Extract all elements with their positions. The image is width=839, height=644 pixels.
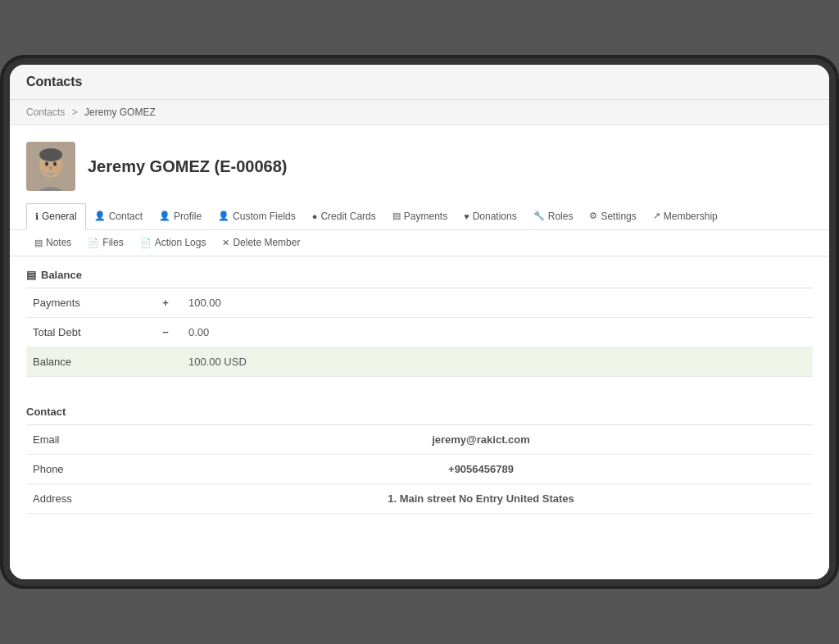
tab-custom-fields-label: Custom Fields — [233, 211, 296, 222]
tab-general-label: General — [42, 211, 77, 222]
balance-label: Balance — [26, 347, 149, 377]
notes-icon: ▤ — [34, 238, 43, 248]
table-row: Email jeremy@rakict.com — [26, 425, 813, 455]
address-label: Address — [26, 484, 149, 514]
files-icon: 📄 — [88, 238, 99, 248]
tab-profile-label: Profile — [174, 211, 202, 222]
payments-sign: + — [149, 288, 182, 318]
table-row: Phone +9056456789 — [26, 455, 813, 484]
balance-section-title: ▤ Balance — [26, 269, 813, 288]
contact-section-title: Contact — [26, 406, 813, 425]
payments-value: 100.00 — [182, 288, 813, 318]
tabs-row2: ▤ Notes 📄 Files 📄 Action Logs ✕ Delete M… — [10, 230, 829, 256]
svg-point-4 — [45, 162, 48, 166]
credit-cards-icon: ● — [312, 211, 318, 221]
custom-fields-icon: 👤 — [218, 211, 229, 221]
app-header: Contacts — [10, 65, 829, 100]
tab-general[interactable]: ℹ General — [26, 203, 86, 230]
phone-label: Phone — [26, 455, 149, 484]
profile-name: Jeremy GOMEZ (E-00068) — [88, 157, 287, 176]
balance-value: 100.00 USD — [182, 347, 813, 377]
tab-settings[interactable]: ⚙ Settings — [581, 204, 644, 230]
tab-delete-member[interactable]: ✕ Delete Member — [214, 230, 308, 256]
tab-profile[interactable]: 👤 Profile — [151, 204, 210, 230]
tab-notes[interactable]: ▤ Notes — [26, 230, 79, 256]
tab-files-label: Files — [102, 237, 123, 248]
section-separator — [10, 377, 829, 393]
svg-point-3 — [39, 148, 62, 161]
tab-settings-label: Settings — [601, 211, 636, 222]
action-logs-icon: 📄 — [140, 238, 152, 248]
bottom-spacer — [10, 514, 829, 579]
tab-credit-cards[interactable]: ● Credit Cards — [304, 204, 384, 230]
total-debt-sign: − — [149, 318, 182, 347]
balance-table: Payments + 100.00 Total Debt − 0.00 Bala… — [26, 288, 813, 377]
tab-contact-label: Contact — [109, 211, 143, 222]
donations-icon: ♥ — [464, 211, 469, 221]
tab-contact[interactable]: 👤 Contact — [86, 204, 151, 230]
email-value: jeremy@rakict.com — [149, 425, 813, 455]
table-row: Address 1. Main street No Entry United S… — [26, 484, 813, 514]
balance-sign — [149, 347, 182, 377]
app-title: Contacts — [26, 75, 82, 88]
tab-donations-label: Donations — [473, 211, 517, 222]
profile-icon: 👤 — [159, 211, 170, 221]
tabs-row1: ℹ General 👤 Contact 👤 Profile 👤 Custom F… — [10, 203, 829, 230]
settings-icon: ⚙ — [589, 211, 597, 221]
tab-membership-label: Membership — [664, 211, 718, 222]
breadcrumb-root[interactable]: Contacts — [26, 107, 65, 118]
balance-icon: ▤ — [26, 269, 36, 281]
tab-action-logs[interactable]: 📄 Action Logs — [132, 230, 215, 256]
tab-files[interactable]: 📄 Files — [79, 230, 131, 256]
contact-table: Email jeremy@rakict.com Phone +905645678… — [26, 425, 813, 514]
total-debt-value: 0.00 — [182, 318, 813, 347]
tab-action-logs-label: Action Logs — [155, 237, 206, 248]
payments-label: Payments — [26, 288, 149, 318]
device-frame: Contacts Contacts > Jeremy GOMEZ — [10, 65, 829, 579]
table-row: Total Debt − 0.00 — [26, 318, 813, 347]
breadcrumb-separator: > — [72, 107, 78, 118]
membership-icon: ↗ — [653, 211, 660, 221]
tab-roles-label: Roles — [548, 211, 574, 222]
tab-payments[interactable]: ▤ Payments — [384, 204, 456, 230]
tab-donations[interactable]: ♥ Donations — [456, 204, 525, 230]
tab-delete-member-label: Delete Member — [233, 237, 300, 248]
address-value: 1. Main street No Entry United States — [149, 484, 813, 514]
roles-icon: 🔧 — [533, 211, 545, 221]
delete-member-icon: ✕ — [222, 238, 229, 248]
content-area: ▤ Balance Payments + 100.00 Total Debt −… — [10, 256, 829, 579]
tab-membership[interactable]: ↗ Membership — [645, 204, 726, 230]
general-icon: ℹ — [35, 211, 39, 222]
avatar — [26, 142, 75, 191]
tab-notes-label: Notes — [46, 237, 71, 248]
profile-header: Jeremy GOMEZ (E-00068) — [10, 125, 829, 203]
email-label: Email — [26, 425, 149, 455]
contact-icon: 👤 — [94, 211, 106, 221]
payments-icon: ▤ — [392, 211, 401, 221]
tab-roles[interactable]: 🔧 Roles — [525, 204, 582, 230]
balance-row: Balance 100.00 USD — [26, 347, 813, 377]
balance-section: ▤ Balance Payments + 100.00 Total Debt −… — [10, 256, 829, 377]
svg-point-6 — [50, 166, 52, 170]
tab-custom-fields[interactable]: 👤 Custom Fields — [210, 204, 304, 230]
table-row: Payments + 100.00 — [26, 288, 813, 318]
contact-section: Contact Email jeremy@rakict.com Phone +9… — [10, 393, 829, 514]
breadcrumb: Contacts > Jeremy GOMEZ — [10, 100, 829, 125]
tab-credit-cards-label: Credit Cards — [320, 211, 375, 222]
breadcrumb-current: Jeremy GOMEZ — [84, 107, 156, 118]
phone-value: +9056456789 — [149, 455, 813, 484]
svg-point-5 — [53, 162, 57, 166]
total-debt-label: Total Debt — [26, 318, 149, 347]
tab-payments-label: Payments — [404, 211, 447, 222]
